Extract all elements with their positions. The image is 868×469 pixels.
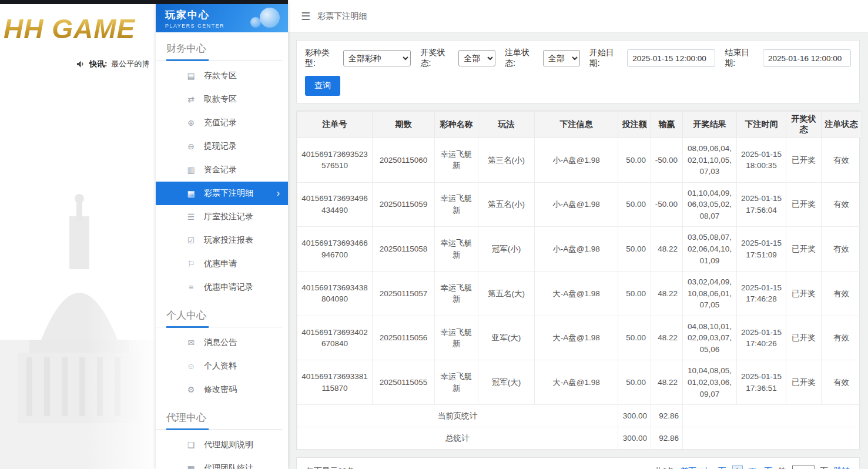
draw-status-select[interactable]: 全部 <box>458 50 495 66</box>
cell-order_id: 401569173693496434490 <box>297 182 373 227</box>
page-suffix-label: 页 <box>820 466 829 469</box>
table-header-row: 注单号期数彩种名称玩法下注信息投注额输赢开奖结果下注时间开奖状态注单状态 <box>297 112 862 138</box>
chevron-right-icon: › <box>277 188 280 199</box>
cell-winloss: -50.00 <box>651 182 683 227</box>
sidebar-item-label: 修改密码 <box>204 384 237 395</box>
table-row: 40156917369338111587020250115055幸运飞艇新冠军(… <box>297 360 862 405</box>
cell-period: 20250115056 <box>373 316 435 360</box>
cell-result: 08,09,06,04,02,01,10,05,07,03 <box>683 138 737 183</box>
first-page-link[interactable]: 首页 <box>681 466 696 469</box>
sidebar-item-label: 取款专区 <box>204 94 237 105</box>
sidebar-item-recharge-records[interactable]: ⊕充值记录 <box>156 111 288 135</box>
cell-draw_status: 已开奖 <box>786 316 822 360</box>
sidebar-item-withdrawal-records[interactable]: ⊖提现记录 <box>156 135 288 158</box>
summary-empty <box>683 427 862 450</box>
lottery-type-label: 彩种类型: <box>305 48 340 69</box>
next-page-link[interactable]: 下一页 <box>749 466 773 469</box>
cell-winloss: 48.22 <box>651 227 683 272</box>
cell-bet_time: 2025-01-15 17:40:26 <box>737 316 786 360</box>
profile-icon: ☺ <box>186 361 196 371</box>
table-body: 40156917369352357651020250115060幸运飞艇新第三名… <box>297 138 862 450</box>
order-status-select[interactable]: 全部 <box>543 50 580 66</box>
sidebar-item-deposit-zone[interactable]: ▤存款专区 <box>156 64 288 88</box>
cell-play: 亚军(大) <box>478 316 535 360</box>
total-count-label: 共6条 <box>654 466 675 469</box>
sidebar-item-lottery-bet-details[interactable]: ▦彩票下注明细› <box>156 182 288 205</box>
cell-draw_status: 已开奖 <box>786 227 822 272</box>
column-header-draw_status: 开奖状态 <box>786 112 822 138</box>
cell-draw_status: 已开奖 <box>786 138 822 183</box>
column-header-order_status: 注单状态 <box>822 112 862 138</box>
cell-order_status: 有效 <box>822 138 862 183</box>
sidebar-item-promo-application[interactable]: ⚐优惠申请 <box>156 252 288 276</box>
end-date-label: 结束日期: <box>725 48 759 69</box>
cell-lottery: 幸运飞艇新 <box>435 360 478 405</box>
start-date-label: 开始日期: <box>589 48 624 69</box>
start-date-input[interactable] <box>627 49 715 67</box>
sidebar-item-label: 玩家投注报表 <box>204 235 253 246</box>
per-page-label: 每页显示20条 <box>306 466 355 469</box>
cell-order_id: 401569173693523576510 <box>297 138 373 183</box>
sidebar-item-label: 资金记录 <box>204 165 237 175</box>
cell-order_id: 401569173693438804090 <box>297 272 373 316</box>
summary-label: 当前页统计 <box>297 405 618 427</box>
sidebar-item-player-bet-report[interactable]: ☑玩家投注报表 <box>156 229 288 252</box>
sidebar-item-label: 代理团队统计 <box>204 463 253 469</box>
current-page-indicator[interactable]: 1 <box>732 465 743 469</box>
sidebar-item-hall-bet-records[interactable]: ☰厅室投注记录 <box>156 205 288 229</box>
promo-application-icon: ⚐ <box>186 259 196 269</box>
cell-order_id: 401569173693466946700 <box>297 227 373 272</box>
lottery-type-select[interactable]: 全部彩种 <box>343 50 411 66</box>
cell-bet_info: 小-A盘@1.98 <box>535 227 618 272</box>
filter-button-row: 查询 <box>305 76 851 96</box>
sidebar-item-messages[interactable]: ✉消息公告 <box>156 331 288 354</box>
page-prefix-label: 第 <box>778 466 786 469</box>
end-date-input[interactable] <box>763 49 851 67</box>
menu-toggle-icon[interactable]: ☰ <box>301 10 310 23</box>
ticker-label: 快讯: <box>89 59 107 69</box>
player-bet-report-icon: ☑ <box>186 236 196 245</box>
column-header-result: 开奖结果 <box>683 112 737 138</box>
cell-period: 20250115059 <box>373 182 435 227</box>
jump-link[interactable]: 跳转 <box>834 466 850 469</box>
column-header-winloss: 输赢 <box>651 112 683 138</box>
sidebar-item-change-password[interactable]: ⚙修改密码 <box>156 378 288 401</box>
cell-bet_info: 大-A盘@1.98 <box>535 316 618 360</box>
cell-draw_status: 已开奖 <box>786 272 822 316</box>
cell-draw_status: 已开奖 <box>786 182 822 227</box>
filter-panel: 彩种类型: 全部彩种 开奖状态: 全部 注单状态: 全部 开始日期: 结束日期:… <box>296 40 860 103</box>
prev-page-link[interactable]: 上一页 <box>702 466 726 469</box>
sidebar-item-fund-records[interactable]: ▥资金记录 <box>156 158 288 182</box>
cell-bet_info: 大-A盘@1.98 <box>535 360 618 405</box>
sidebar-item-label: 个人资料 <box>204 361 237 371</box>
cell-lottery: 幸运飞艇新 <box>435 316 478 360</box>
bet-table-card: 注单号期数彩种名称玩法下注信息投注额输赢开奖结果下注时间开奖状态注单状态 401… <box>296 110 860 450</box>
bet-table: 注单号期数彩种名称玩法下注信息投注额输赢开奖结果下注时间开奖状态注单状态 401… <box>297 111 862 450</box>
cell-period: 20250115057 <box>373 272 435 316</box>
sidebar-item-agent-team-stats[interactable]: ▦代理团队统计 <box>156 457 288 469</box>
summary-winloss: 92.86 <box>651 405 683 427</box>
search-button[interactable]: 查询 <box>305 76 340 96</box>
cell-lottery: 幸运飞艇新 <box>435 227 478 272</box>
sidebar-item-label: 厅室投注记录 <box>204 212 253 222</box>
cell-result: 03,05,08,07,02,06,04,10,01,09 <box>683 227 737 272</box>
draw-status-label: 开奖状态: <box>420 48 455 69</box>
cell-result: 10,04,08,05,01,02,03,06,09,07 <box>683 360 737 405</box>
sidebar-item-profile[interactable]: ☺个人资料 <box>156 354 288 378</box>
agent-team-stats-icon: ▦ <box>186 464 196 469</box>
cell-result: 03,02,04,09,10,08,06,01,07,05 <box>683 272 737 316</box>
cell-bet_info: 小-A盘@1.98 <box>535 182 618 227</box>
cell-winloss: -50.00 <box>651 138 683 183</box>
column-header-lottery: 彩种名称 <box>435 112 478 138</box>
sidebar-item-promo-application-records[interactable]: ≡优惠申请记录 <box>156 276 288 299</box>
sidebar-item-label: 提现记录 <box>204 141 237 152</box>
pager: 共6条 首页 上一页 1 下一页 第 页 跳转 <box>654 465 850 469</box>
sidebar-item-label: 优惠申请记录 <box>204 282 253 293</box>
hall-bet-record-icon: ☰ <box>186 212 196 222</box>
column-header-bet_info: 下注信息 <box>535 112 618 138</box>
cell-play: 冠军(大) <box>478 360 535 405</box>
sidebar-item-withdraw-zone[interactable]: ⇄取款专区 <box>156 88 288 111</box>
cell-draw_status: 已开奖 <box>786 360 822 405</box>
page-jump-input[interactable] <box>792 465 815 469</box>
sidebar-item-agent-rules[interactable]: ❏代理规则说明 <box>156 433 288 457</box>
